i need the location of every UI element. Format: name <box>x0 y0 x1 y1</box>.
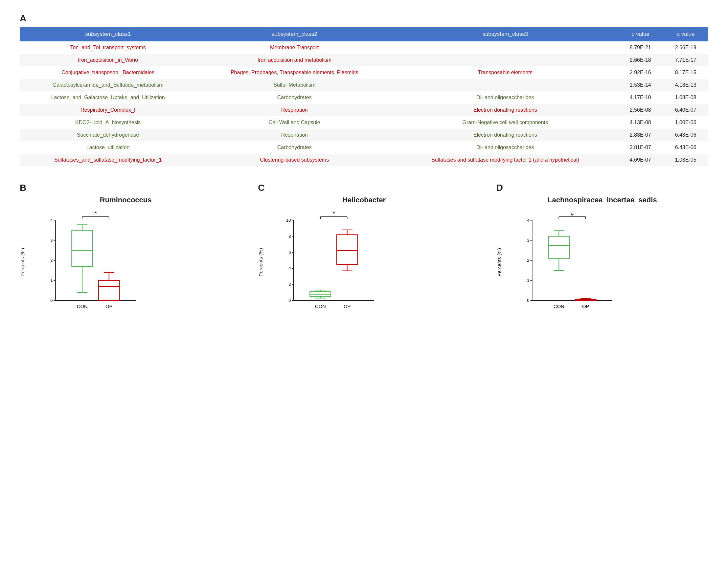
panel-c-svg: 0246810CONOP* <box>266 206 391 318</box>
panel-c: C Helicobacter Percents (%) 0246810CONOP… <box>258 183 470 318</box>
table-cell-pvalue: 2.81E-07 <box>618 141 663 154</box>
svg-text:2: 2 <box>288 282 291 287</box>
svg-text:1: 1 <box>50 278 53 283</box>
col-header-qvalue: q value <box>663 27 708 41</box>
svg-text:0: 0 <box>50 298 53 303</box>
table-cell-pvalue: 1.53E-14 <box>618 79 663 91</box>
table-cell-class3: Sulfatases and sulfatase modifying facto… <box>393 154 618 166</box>
table-cell-qvalue: 8.17E-15 <box>663 66 708 79</box>
svg-text:10: 10 <box>286 218 291 223</box>
table-cell-class3: Electron donating reactions <box>393 104 618 116</box>
panel-d: D Lachnospiracea_incertae_sedis Percents… <box>496 183 708 318</box>
panel-b-svg: 01234CONOP* <box>28 206 153 318</box>
svg-text:2: 2 <box>527 258 529 263</box>
svg-text:CON: CON <box>315 304 326 309</box>
svg-text:CON: CON <box>77 304 88 309</box>
svg-text:1: 1 <box>527 278 529 283</box>
col-header-class2: subsystem_class2 <box>196 27 393 41</box>
svg-rect-23 <box>99 281 120 301</box>
table-cell-class3 <box>393 54 618 66</box>
table-cell-pvalue: 4.17E-10 <box>618 91 663 104</box>
table-cell-class3: Electron donating reactions <box>393 129 618 141</box>
panel-b-label: B <box>20 183 232 193</box>
table-cell-class2: Clustering-based subsystems <box>196 154 393 166</box>
svg-text:#: # <box>571 211 574 217</box>
table-cell-pvalue: 4.13E-08 <box>618 116 663 129</box>
panels-row: B Ruminococcus Percents (%) 01234CONOP* … <box>20 183 708 318</box>
panel-c-label: C <box>258 183 470 193</box>
table-cell-class2: Membrane Transport <box>196 41 393 54</box>
svg-text:4: 4 <box>50 218 53 223</box>
panel-b-ylabel: Percents (%) <box>20 248 25 277</box>
table-cell-pvalue: 2.56E-08 <box>618 104 663 116</box>
table-cell-qvalue: 1.03E-05 <box>663 154 708 166</box>
table-cell-class1: Ton_and_Tol_transport_systems <box>20 41 196 54</box>
table-cell-pvalue: 8.79E-21 <box>618 41 663 54</box>
panel-d-boxplot: Lachnospiracea_incertae_sedis Percents (… <box>496 196 708 318</box>
panel-b-boxplot: Ruminococcus Percents (%) 01234CONOP* <box>20 196 232 318</box>
svg-text:OP: OP <box>105 304 113 309</box>
table-cell-class2: Sulfur Metabolism <box>196 79 393 91</box>
table-cell-class2: Cell Wall and Capsule <box>196 116 393 129</box>
svg-text:0: 0 <box>288 298 291 303</box>
table-cell-class1: KDO2-Lipid_A_biosynthesis <box>20 116 196 129</box>
col-header-class3: subsystem_class3 <box>393 27 618 41</box>
panel-b-title: Ruminococcus <box>20 196 232 204</box>
svg-text:3: 3 <box>50 238 53 243</box>
svg-text:4: 4 <box>527 218 529 223</box>
table-cell-class3: Di- and oligosaccharides <box>393 141 618 154</box>
table-cell-class2: Iron acquisition and metabolism <box>196 54 393 66</box>
table-cell-class1: Lactose_and_Galactose_Uptake_and_Utiliza… <box>20 91 196 104</box>
table-cell-qvalue: 6.40E-07 <box>663 104 708 116</box>
panel-d-svg: 01234CONOP# <box>505 206 629 318</box>
table-cell-class3 <box>393 41 618 54</box>
panel-d-label: D <box>496 183 708 193</box>
panel-b: B Ruminococcus Percents (%) 01234CONOP* <box>20 183 232 318</box>
svg-rect-55 <box>337 235 358 264</box>
svg-text:CON: CON <box>553 304 564 309</box>
table-cell-class3: Transposable elements <box>393 66 618 79</box>
svg-rect-16 <box>72 230 93 266</box>
svg-text:*: * <box>95 211 97 217</box>
table-cell-qvalue: 6.43E-06 <box>663 129 708 141</box>
col-header-pvalue: p value <box>618 27 663 41</box>
col-header-class1: subsystem_class1 <box>20 27 196 41</box>
table-cell-qvalue: 1.00E-06 <box>663 116 708 129</box>
panel-a-label: A <box>20 13 708 24</box>
panel-c-ylabel: Percents (%) <box>258 248 263 277</box>
svg-text:2: 2 <box>50 258 53 263</box>
svg-text:8: 8 <box>288 234 291 239</box>
panel-c-title: Helicobacter <box>258 196 470 204</box>
table-cell-qvalue: 7.71E-17 <box>663 54 708 66</box>
table-cell-pvalue: 2.66E-18 <box>618 54 663 66</box>
table-cell-class2: Phages, Prophages, Transposable elements… <box>196 66 393 79</box>
subsystem-table: subsystem_class1 subsystem_class2 subsys… <box>20 27 708 166</box>
panel-d-title: Lachnospiracea_incertae_sedis <box>496 196 708 204</box>
svg-text:6: 6 <box>288 250 291 255</box>
table-cell-class3: Gram-Negative cell wall components <box>393 116 618 129</box>
table-cell-class3: Di- and oligosaccharides <box>393 91 618 104</box>
table-cell-class1: Conjugative_transposon,_Bacteroidales <box>20 66 196 79</box>
table-cell-class3 <box>393 79 618 91</box>
svg-text:0: 0 <box>527 298 529 303</box>
svg-rect-78 <box>548 236 569 258</box>
svg-text:3: 3 <box>527 238 529 243</box>
panel-a: A subsystem_class1 subsystem_class2 subs… <box>20 13 708 166</box>
table-cell-qvalue: 2.66E-19 <box>663 41 708 54</box>
svg-text:*: * <box>333 211 335 217</box>
table-cell-pvalue: 2.83E-07 <box>618 129 663 141</box>
table-cell-class1: Lactose_utilization <box>20 141 196 154</box>
table-cell-class1: Iron_acquisition_in_Vibrio <box>20 54 196 66</box>
svg-text:4: 4 <box>288 266 291 271</box>
table-cell-class2: Carbohydrates <box>196 141 393 154</box>
panel-c-boxplot: Helicobacter Percents (%) 0246810CONOP* <box>258 196 470 318</box>
svg-text:OP: OP <box>582 304 589 309</box>
table-cell-qvalue: 1.08E-08 <box>663 91 708 104</box>
table-cell-class2: Respiration <box>196 104 393 116</box>
table-cell-class1: Succinate_dehydrogenase <box>20 129 196 141</box>
table-cell-pvalue: 4.69E-07 <box>618 154 663 166</box>
table-cell-class2: Carbohydrates <box>196 91 393 104</box>
table-cell-class1: Sulfatases_and_sulfatase_modifying_facto… <box>20 154 196 166</box>
panel-d-ylabel: Percents (%) <box>496 248 502 277</box>
table-cell-class2: Respiration <box>196 129 393 141</box>
